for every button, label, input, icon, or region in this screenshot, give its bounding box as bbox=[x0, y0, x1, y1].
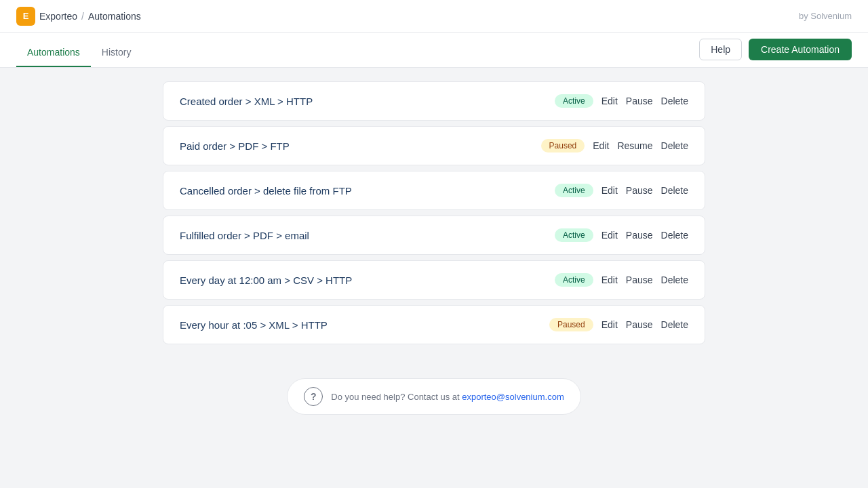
pause-link[interactable]: Pause bbox=[626, 185, 653, 196]
logo-icon: E bbox=[16, 7, 35, 26]
automation-name: Paid order > PDF > FTP bbox=[180, 140, 290, 152]
automation-actions: ActiveEditPauseDelete bbox=[555, 94, 688, 108]
automation-actions: ActiveEditPauseDelete bbox=[555, 184, 688, 197]
edit-link[interactable]: Edit bbox=[601, 96, 618, 106]
nav-bar: Automations History Help Create Automati… bbox=[0, 33, 868, 68]
tab-history[interactable]: History bbox=[91, 33, 142, 67]
top-bar: E Exporteo / Automations by Solvenium bbox=[0, 0, 868, 33]
pause-link[interactable]: Pause bbox=[626, 96, 653, 106]
automation-name: Every hour at :05 > XML > HTTP bbox=[180, 319, 328, 331]
status-badge: Active bbox=[555, 273, 593, 287]
automation-name: Fulfilled order > PDF > email bbox=[180, 230, 309, 241]
automation-actions: ActiveEditPauseDelete bbox=[555, 273, 688, 287]
breadcrumb: E Exporteo / Automations bbox=[16, 7, 141, 26]
automation-name: Cancelled order > delete file from FTP bbox=[180, 185, 352, 197]
delete-link[interactable]: Delete bbox=[661, 319, 688, 330]
help-footer: ? Do you need help? Contact us at export… bbox=[0, 378, 868, 415]
delete-link[interactable]: Delete bbox=[661, 274, 688, 285]
help-button[interactable]: Help bbox=[699, 39, 742, 60]
edit-link[interactable]: Edit bbox=[601, 230, 618, 241]
edit-link[interactable]: Edit bbox=[601, 185, 618, 196]
automation-card: Fulfilled order > PDF > emailActiveEditP… bbox=[163, 216, 705, 255]
help-text: Do you need help? Contact us at exporteo… bbox=[331, 392, 564, 402]
app-name: Exporteo bbox=[39, 11, 77, 22]
status-badge: Active bbox=[555, 94, 593, 108]
automation-card: Created order > XML > HTTPActiveEditPaus… bbox=[163, 81, 705, 121]
delete-link[interactable]: Delete bbox=[661, 185, 688, 196]
question-icon: ? bbox=[304, 387, 323, 406]
automation-card: Every hour at :05 > XML > HTTPPausedEdit… bbox=[163, 305, 705, 344]
breadcrumb-separator: / bbox=[81, 11, 84, 22]
automation-actions: PausedEditResumeDelete bbox=[541, 139, 688, 152]
main-content: Created order > XML > HTTPActiveEditPaus… bbox=[0, 68, 868, 358]
automation-actions: ActiveEditPauseDelete bbox=[555, 228, 688, 242]
nav-tabs: Automations History bbox=[16, 33, 142, 67]
tab-automations[interactable]: Automations bbox=[16, 33, 91, 67]
current-section: Automations bbox=[88, 11, 141, 22]
pause-link[interactable]: Pause bbox=[626, 274, 653, 285]
automation-actions: PausedEditPauseDelete bbox=[549, 318, 688, 331]
status-badge: Active bbox=[555, 184, 593, 197]
pause-link[interactable]: Pause bbox=[626, 230, 653, 241]
status-badge: Paused bbox=[541, 139, 585, 152]
automation-card: Paid order > PDF > FTPPausedEditResumeDe… bbox=[163, 126, 705, 165]
edit-link[interactable]: Edit bbox=[593, 140, 609, 151]
resume-link[interactable]: Resume bbox=[617, 140, 652, 151]
pause-link[interactable]: Pause bbox=[626, 319, 653, 330]
nav-actions: Help Create Automation bbox=[699, 39, 852, 67]
help-box: ? Do you need help? Contact us at export… bbox=[287, 378, 580, 415]
status-badge: Active bbox=[555, 228, 593, 242]
delete-link[interactable]: Delete bbox=[661, 96, 688, 106]
automation-name: Created order > XML > HTTP bbox=[180, 96, 313, 107]
delete-link[interactable]: Delete bbox=[661, 140, 688, 151]
edit-link[interactable]: Edit bbox=[601, 319, 618, 330]
by-solvenium: by Solvenium bbox=[799, 11, 852, 21]
automation-card: Every day at 12:00 am > CSV > HTTPActive… bbox=[163, 260, 705, 300]
edit-link[interactable]: Edit bbox=[601, 274, 618, 285]
delete-link[interactable]: Delete bbox=[661, 230, 688, 241]
contact-email[interactable]: exporteo@solvenium.com bbox=[462, 392, 564, 402]
automation-name: Every day at 12:00 am > CSV > HTTP bbox=[180, 274, 352, 286]
automation-card: Cancelled order > delete file from FTPAc… bbox=[163, 171, 705, 210]
status-badge: Paused bbox=[549, 318, 593, 331]
create-automation-button[interactable]: Create Automation bbox=[749, 39, 852, 60]
